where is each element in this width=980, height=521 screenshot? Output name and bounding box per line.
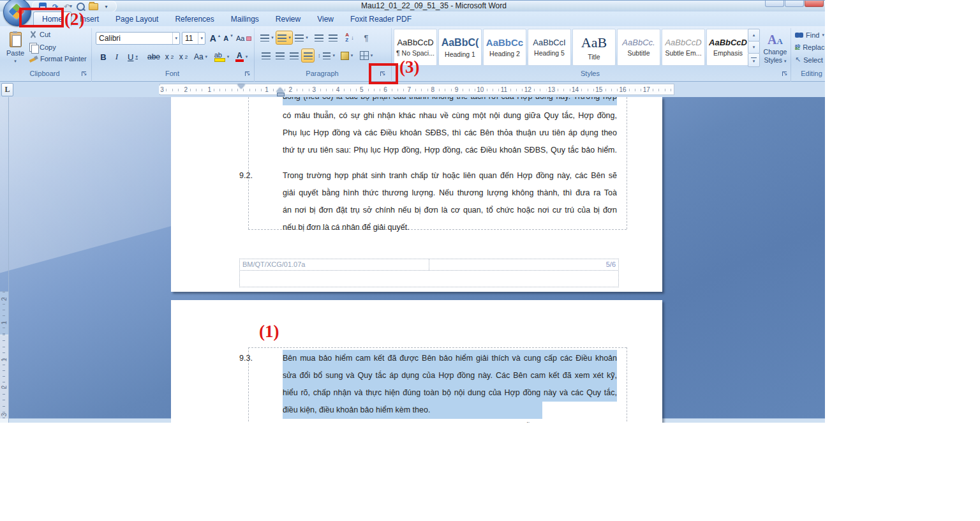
italic-button[interactable]: I bbox=[110, 50, 123, 64]
subscript-button[interactable]: x2 bbox=[163, 50, 176, 64]
format-painter-button[interactable]: Format Painter bbox=[29, 55, 87, 63]
align-right-button[interactable] bbox=[287, 49, 301, 63]
footer-area-outline bbox=[239, 270, 619, 287]
vertical-ruler[interactable]: 21123 bbox=[0, 97, 9, 423]
style-card-heading-1[interactable]: AaBbC(Heading 1 bbox=[438, 29, 482, 66]
tab-foxit-reader-pdf[interactable]: Foxit Reader PDF bbox=[342, 12, 420, 26]
shrink-font-button[interactable]: A▾ bbox=[222, 32, 234, 45]
decrease-indent-button[interactable] bbox=[312, 31, 325, 45]
style-card-emphasis[interactable]: AaBbCcDEmphasis bbox=[706, 29, 750, 66]
tab-review[interactable]: Review bbox=[267, 12, 309, 26]
replace-button[interactable]: abac Replace bbox=[795, 43, 825, 51]
replace-icon: abac bbox=[795, 45, 800, 50]
clipboard-dialog-launcher[interactable] bbox=[80, 70, 89, 79]
tab-view[interactable]: View bbox=[309, 12, 342, 26]
numbering-button[interactable]: ▾ bbox=[276, 31, 293, 45]
bullets-button[interactable]: ▾ bbox=[259, 31, 275, 45]
paragraph-line[interactable]: giải quyết bằng hình thức thương lượng. … bbox=[283, 185, 617, 202]
title-bar: Mau12_01_22_09_51_35 - Microsoft Word bbox=[0, 0, 825, 12]
shading-icon bbox=[341, 52, 349, 60]
paragraph-line[interactable]: Trong trường hợp phát sinh tranh chấp từ… bbox=[283, 167, 617, 185]
style-sample: AaBbCcD bbox=[665, 38, 701, 47]
hanging-indent-marker[interactable] bbox=[276, 87, 284, 92]
clipped-selected-line[interactable]: đồng (nếu có) là các bộ phận cấu thành k… bbox=[283, 97, 617, 105]
clear-formatting-button[interactable]: Aa bbox=[236, 32, 251, 45]
selected-paragraph-line[interactable]: điều kiện, điều khoản bảo hiểm kèm theo. bbox=[283, 402, 617, 419]
styles-scroll-down[interactable]: ▾ bbox=[748, 41, 760, 54]
line-spacing-button[interactable]: ↕▾ bbox=[318, 49, 335, 63]
font-dialog-launcher[interactable] bbox=[244, 70, 253, 79]
style-name: Title bbox=[588, 53, 600, 61]
justify-button[interactable] bbox=[301, 49, 315, 63]
document-page-2[interactable]: 9.3. Bên mua bảo hiểm cam kết đã được Bê… bbox=[171, 300, 662, 423]
find-button[interactable]: Find▾ bbox=[795, 31, 824, 39]
paragraph-line[interactable]: nếu bị đơn là cá nhân để giải quyết. bbox=[283, 219, 617, 236]
tab-mailings[interactable]: Mailings bbox=[223, 12, 267, 26]
paragraph-line[interactable]: có mâu thuẫn, có sự ghi nhận khác nhau v… bbox=[283, 107, 617, 125]
shading-button[interactable]: ▾ bbox=[338, 49, 355, 63]
close-button[interactable] bbox=[805, 1, 824, 7]
text-highlight-button[interactable]: ab ▾ bbox=[212, 50, 231, 64]
first-line-indent-marker[interactable] bbox=[237, 84, 245, 89]
screenshot-canvas: Mau12_01_22_09_51_35 - Microsoft Word ↷ … bbox=[0, 0, 980, 521]
select-button[interactable]: ↖ Select bbox=[795, 56, 823, 64]
tab-selector-button[interactable]: L bbox=[1, 83, 13, 96]
paragraph-line[interactable]: án nơi bị đơn đặt trụ sở chính nếu bị đơ… bbox=[283, 202, 617, 219]
selected-paragraph-line[interactable]: sửa đổi bổ sung và Quy tắc áp dụng của H… bbox=[283, 367, 617, 384]
grow-font-button[interactable]: A▴ bbox=[209, 32, 221, 45]
text-boundary bbox=[248, 347, 627, 348]
paragraph-line[interactable]: Hợp đồng này được lập thành 06 bản, có g… bbox=[283, 419, 617, 423]
select-label: Select bbox=[803, 56, 823, 64]
sort-button[interactable]: A Z ↓ bbox=[342, 31, 357, 45]
show-paragraph-marks-button[interactable]: ¶ bbox=[359, 31, 373, 45]
style-name: Emphasis bbox=[713, 49, 743, 57]
document-page-1[interactable]: đồng (nếu có) là các bộ phận cấu thành k… bbox=[171, 97, 662, 292]
left-indent-marker[interactable] bbox=[277, 93, 285, 96]
cut-button[interactable]: Cut bbox=[29, 31, 50, 38]
copy-button[interactable]: Copy bbox=[29, 43, 56, 52]
customize-quick-access-icon[interactable]: ▾ bbox=[101, 3, 111, 11]
style-card-title[interactable]: AaBTitle bbox=[572, 29, 616, 66]
style-card-heading-5[interactable]: AaBbCcIHeading 5 bbox=[528, 29, 571, 66]
clause-number[interactable]: 9.4. bbox=[239, 419, 253, 423]
horizontal-ruler[interactable]: 3211234567891011121314151617 bbox=[160, 84, 674, 95]
selected-paragraph-line[interactable]: Bên mua bảo hiểm cam kết đã được Bên bảo… bbox=[283, 350, 617, 367]
tab-references[interactable]: References bbox=[167, 12, 222, 26]
style-card-subtle-em[interactable]: AaBbCcDSubtle Em... bbox=[662, 29, 705, 66]
increase-indent-button[interactable] bbox=[326, 31, 339, 45]
paragraph-line[interactable]: Phụ lục Hợp đồng và các Điều khoản SĐBS,… bbox=[283, 125, 617, 142]
paste-button[interactable]: Paste ▾ bbox=[4, 29, 27, 66]
font-size-combo[interactable]: 11 ▾ bbox=[182, 32, 205, 45]
open-icon[interactable] bbox=[89, 3, 98, 11]
superscript-button[interactable]: x2 bbox=[177, 50, 190, 64]
footer-table: BM/QT/XCG/01.07a 5/6 bbox=[239, 259, 619, 271]
style-card-heading-2[interactable]: AaBbCcHeading 2 bbox=[483, 29, 526, 66]
styles-more-button[interactable]: ▾ bbox=[748, 53, 760, 67]
strikethrough-button[interactable]: abe bbox=[145, 50, 162, 64]
styles-scroll-up[interactable]: ▴ bbox=[748, 29, 760, 42]
ruler-number: 17 bbox=[642, 86, 651, 94]
clause-number[interactable]: 9.2. bbox=[239, 167, 253, 185]
tab-page-layout[interactable]: Page Layout bbox=[107, 12, 167, 26]
multilevel-list-button[interactable]: ▾ bbox=[293, 31, 309, 45]
align-left-button[interactable] bbox=[259, 49, 272, 63]
style-name: Subtle Em... bbox=[665, 49, 701, 57]
chevron-down-icon: ▾ bbox=[14, 59, 17, 64]
change-case-button[interactable]: Aa▾ bbox=[192, 50, 209, 64]
font-name-combo[interactable]: Calibri ▾ bbox=[96, 32, 180, 45]
ruler-number: 7 bbox=[406, 86, 412, 94]
underline-button[interactable]: U▾ bbox=[124, 50, 142, 64]
selected-paragraph-line[interactable]: hiểu rõ, chấp nhận và thực hiện đúng toà… bbox=[283, 384, 617, 402]
bold-button[interactable]: B bbox=[97, 50, 110, 64]
paragraph-line[interactable]: thứ tự ưu tiên sau: Phụ lục Hợp đồng, Hợ… bbox=[283, 142, 617, 159]
styles-dialog-launcher[interactable] bbox=[781, 70, 790, 79]
borders-button[interactable]: ▾ bbox=[357, 49, 375, 63]
change-styles-button[interactable]: AA Change Styles ▾ bbox=[761, 29, 790, 68]
minimize-button[interactable] bbox=[765, 1, 784, 7]
clause-number[interactable]: 9.3. bbox=[239, 350, 253, 367]
maximize-button[interactable] bbox=[785, 1, 804, 7]
font-color-button[interactable]: A ▾ bbox=[233, 50, 250, 64]
style-card-subtitle[interactable]: AaBbCc.Subtitle bbox=[617, 29, 660, 66]
align-center-button[interactable] bbox=[273, 49, 286, 63]
font-color-icon: A bbox=[235, 52, 244, 62]
